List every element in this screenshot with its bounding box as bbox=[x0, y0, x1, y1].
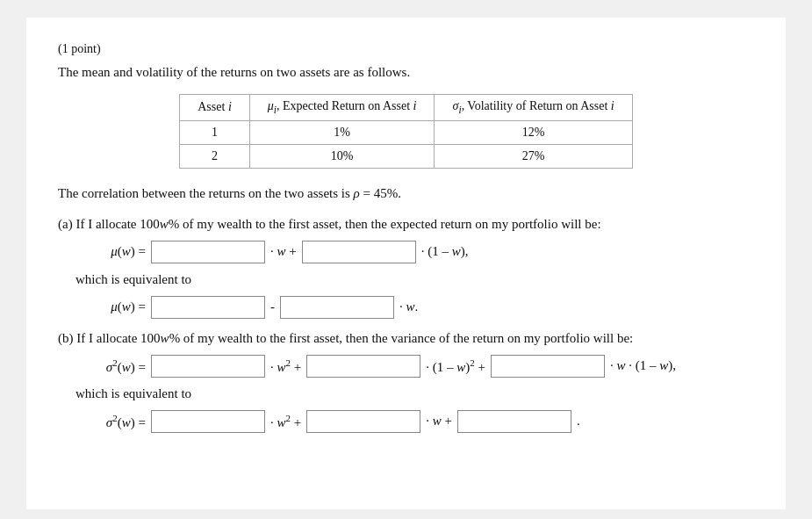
part-a-input2[interactable] bbox=[302, 241, 416, 263]
main-page: (1 point) The mean and volatility of the… bbox=[26, 18, 786, 509]
part-b-mid2: · (1 – w)2 + bbox=[426, 357, 485, 375]
part-a-section: (a) If I allocate 100w% of my wealth to … bbox=[58, 217, 754, 319]
table-row: 1 1% 12% bbox=[180, 120, 632, 144]
intro-text: The mean and volatility of the returns o… bbox=[58, 65, 754, 80]
part-a-formula1: μ(w) = · w + · (1 – w), bbox=[75, 241, 754, 263]
part-b-input6[interactable] bbox=[457, 410, 571, 433]
asset-1-expected: 1% bbox=[249, 120, 435, 144]
part-b-mid1: · w2 + bbox=[270, 357, 301, 375]
part-b-formula1: σ2(w) = · w2 + · (1 – w)2 + · w · (1 – w… bbox=[75, 355, 754, 378]
part-a-lhs2: μ(w) = bbox=[75, 299, 146, 314]
asset-2-volatility: 27% bbox=[435, 144, 632, 168]
table-row: 2 10% 27% bbox=[180, 144, 632, 168]
part-b-lhs2: σ2(w) = bbox=[75, 413, 146, 430]
part-b-input4[interactable] bbox=[151, 410, 265, 433]
asset-2-expected: 10% bbox=[249, 144, 435, 168]
part-b-equiv: which is equivalent to bbox=[75, 386, 754, 401]
part-b-input1[interactable] bbox=[151, 355, 265, 378]
part-b-input2[interactable] bbox=[306, 355, 420, 378]
part-a-input3[interactable] bbox=[151, 296, 265, 319]
part-b-section: (b) If I allocate 100w% of my wealth to … bbox=[58, 331, 754, 433]
asset-1-id: 1 bbox=[180, 120, 250, 144]
correlation-text: The correlation between the returns on t… bbox=[58, 186, 754, 201]
part-b-input5[interactable] bbox=[306, 410, 420, 433]
part-a-end2: · w. bbox=[399, 299, 418, 314]
part-b-label: (b) If I allocate 100w% of my wealth to … bbox=[58, 331, 754, 346]
part-a-equiv: which is equivalent to bbox=[75, 272, 754, 287]
table-header-volatility: σi, Volatility of Return on Asset i bbox=[435, 95, 632, 121]
table-header-expected: μi, Expected Return on Asset i bbox=[249, 95, 435, 121]
part-b-mid4: · w + bbox=[426, 414, 452, 429]
asset-2-id: 2 bbox=[180, 144, 250, 168]
part-a-lhs1: μ(w) = bbox=[75, 244, 146, 259]
part-a-input1[interactable] bbox=[151, 241, 265, 263]
part-b-lhs1: σ2(w) = bbox=[75, 357, 146, 375]
part-b-input3[interactable] bbox=[491, 355, 605, 378]
part-b-end1: · w · (1 – w), bbox=[610, 358, 676, 373]
point-label: (1 point) bbox=[58, 42, 754, 56]
table-header-asset: Asset i bbox=[180, 95, 250, 121]
part-a-mid1: · w + bbox=[270, 244, 297, 259]
part-b-mid3: · w2 + bbox=[270, 413, 301, 430]
part-a-label: (a) If I allocate 100w% of my wealth to … bbox=[58, 217, 754, 232]
part-a-end1: · (1 – w), bbox=[421, 244, 469, 259]
part-a-input4[interactable] bbox=[280, 296, 394, 319]
asset-1-volatility: 12% bbox=[435, 120, 632, 144]
part-a-mid2: - bbox=[270, 299, 275, 314]
part-a-formula2: μ(w) = - · w. bbox=[75, 296, 754, 319]
data-table: Asset i μi, Expected Return on Asset i σ… bbox=[179, 94, 632, 169]
part-b-formula2: σ2(w) = · w2 + · w + . bbox=[75, 410, 754, 433]
part-b-end2: . bbox=[577, 414, 580, 429]
